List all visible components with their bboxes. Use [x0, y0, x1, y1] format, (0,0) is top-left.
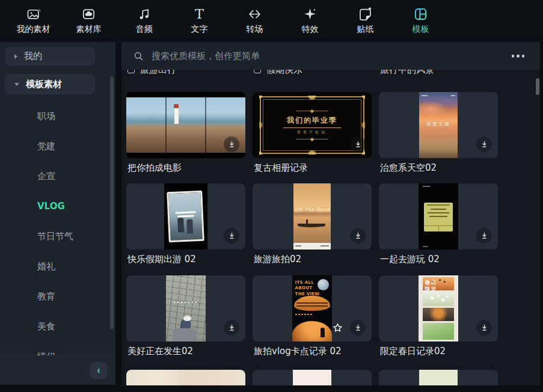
template-title: 治愈系天空02: [380, 162, 497, 174]
chevron-down-icon: [14, 83, 19, 86]
template-thumbnail: 热爱无疆: [419, 92, 458, 158]
template-card[interactable]: [126, 92, 245, 158]
text-icon: T: [191, 5, 208, 22]
template-thumbnail: [166, 275, 206, 341]
template-panel: 旅游出行假期快乐旅行中的风景把你拍成电影复古相册记录我们的毕业季青春不散场治愈系…: [121, 42, 540, 385]
template-thumbnail: [164, 183, 207, 250]
template-thumbnail: [419, 183, 458, 250]
sidebar-item-label: 我的: [24, 51, 42, 62]
download-button[interactable]: [350, 320, 366, 335]
sidebar-category-education[interactable]: 教育: [0, 281, 109, 311]
nav-item-transition[interactable]: 转场: [233, 5, 277, 42]
template-grid: 旅游出行假期快乐旅行中的风景把你拍成电影复古相册记录我们的毕业季青春不散场治愈系…: [121, 42, 540, 385]
effects-icon: [302, 5, 319, 22]
template-card[interactable]: [253, 370, 372, 385]
template-card[interactable]: [126, 183, 245, 250]
sidebar-item-template-assets[interactable]: 模板素材: [5, 74, 95, 94]
sidebar-category-vlog[interactable]: VLOG: [0, 191, 109, 221]
sidebar-scrollbar[interactable]: [110, 76, 114, 329]
sidebar-item-label: 模板素材: [26, 79, 62, 90]
nav-item-sticker[interactable]: 贴纸: [343, 5, 387, 42]
top-nav: 我的素材素材库音频T文字转场特效贴纸模板: [0, 0, 543, 42]
nav-item-audio[interactable]: 音频: [122, 5, 166, 42]
sidebar-category-corporate[interactable]: 企宣: [0, 161, 109, 191]
template-icon: [413, 5, 429, 22]
sidebar-category-festivals[interactable]: 节日节气: [0, 221, 109, 251]
template-title: 一起去游玩 02: [380, 254, 497, 266]
download-button[interactable]: [224, 136, 239, 152]
nav-item-template[interactable]: 模板: [399, 5, 443, 42]
nav-item-text[interactable]: T文字: [177, 5, 221, 42]
library-icon: [81, 5, 97, 22]
transition-icon: [247, 5, 263, 22]
svg-text:T: T: [195, 6, 204, 22]
download-button[interactable]: [224, 228, 239, 243]
template-thumbnail: 春日限定: [419, 275, 458, 341]
template-title: 快乐假期出游 02: [127, 254, 244, 266]
template-card[interactable]: [379, 183, 498, 250]
template-card[interactable]: On The Road: [253, 183, 372, 250]
sidebar-category-list: 职场党建企宣VLOG节日节气婚礼教育美食情侣: [0, 101, 109, 372]
sidebar: 我的 模板素材 职场党建企宣VLOG节日节气婚礼教育美食情侣 ‹: [0, 42, 115, 385]
nav-item-library[interactable]: 素材库: [67, 5, 111, 42]
template-card[interactable]: [126, 275, 245, 341]
template-thumbnail: [293, 370, 331, 385]
sticker-icon: [357, 5, 374, 22]
thumbnail-text: On The Road: [293, 207, 331, 213]
sidebar-footer: ‹: [0, 355, 115, 385]
template-thumbnail: On The Road: [293, 183, 331, 250]
favorite-star-icon[interactable]: [330, 320, 345, 335]
thumbnail-text: 热爱无疆: [419, 121, 458, 127]
my-assets-icon: [25, 5, 42, 22]
audio-icon: [136, 5, 153, 22]
template-title: 旅游旅拍02: [254, 254, 370, 266]
template-thumbnail: [419, 370, 458, 385]
chevron-left-icon: ‹: [97, 364, 100, 376]
template-card[interactable]: [126, 370, 245, 385]
search-bar: [121, 42, 540, 70]
template-card[interactable]: ITS ALL ABOUT THE VIEW: [253, 275, 372, 341]
sidebar-collapse-button[interactable]: ‹: [90, 362, 107, 379]
app-window: 我的素材素材库音频T文字转场特效贴纸模板 我的 模板素材 职场党建企宣VLOG节…: [0, 0, 543, 392]
template-thumbnail: [126, 370, 245, 385]
nav-item-my-assets[interactable]: 我的素材: [11, 5, 55, 42]
sidebar-category-party-building[interactable]: 党建: [0, 131, 109, 161]
template-title: 美好正在发生02: [127, 346, 244, 358]
template-card[interactable]: 热爱无疆: [379, 92, 498, 158]
download-button[interactable]: [350, 228, 366, 243]
sidebar-category-food[interactable]: 美食: [0, 311, 109, 341]
nav-item-effects[interactable]: 特效: [288, 5, 332, 42]
sidebar-category-wedding[interactable]: 婚礼: [0, 251, 109, 281]
search-input[interactable]: [150, 50, 540, 62]
template-title: 旅拍vlog卡点记录 02: [254, 346, 370, 358]
download-button[interactable]: [350, 136, 366, 152]
more-options-button[interactable]: [509, 52, 527, 60]
template-title: 把你拍成电影: [127, 162, 244, 174]
download-button[interactable]: [476, 228, 492, 243]
template-thumbnail: ITS ALL ABOUT THE VIEW: [292, 275, 332, 341]
download-button[interactable]: [224, 320, 239, 335]
thumbnail-text: ITS ALL ABOUT THE VIEW: [295, 280, 332, 297]
template-card[interactable]: 春日限定: [379, 275, 498, 341]
thumbnail-text: 春日限定: [425, 280, 438, 293]
download-button[interactable]: [476, 136, 492, 152]
template-card[interactable]: 我们的毕业季青春不散场: [253, 92, 372, 158]
template-title: 限定春日记录02: [380, 346, 497, 358]
download-button[interactable]: [476, 320, 492, 335]
thumbnail-text: 我们的毕业季: [283, 115, 341, 128]
sidebar-item-mine[interactable]: 我的: [5, 47, 95, 66]
chevron-right-icon: [14, 54, 17, 59]
search-icon: [133, 51, 144, 61]
template-title: 复古相册记录: [254, 162, 370, 174]
sidebar-category-workplace[interactable]: 职场: [0, 101, 109, 131]
content-scrollbar[interactable]: [536, 78, 539, 95]
template-card[interactable]: [379, 370, 498, 385]
thumbnail-subtext: 青春不散场: [297, 130, 327, 135]
